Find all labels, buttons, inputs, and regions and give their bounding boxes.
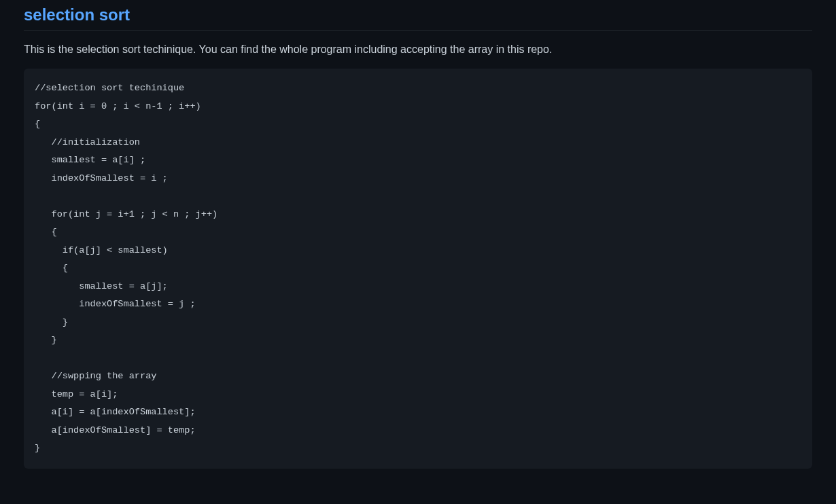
section-description: This is the selection sort techinique. Y… bbox=[24, 41, 812, 58]
heading-link[interactable]: selection sort bbox=[24, 5, 130, 24]
code-block: //selection sort techinique for(int i = … bbox=[24, 69, 812, 469]
section-heading: selection sort bbox=[24, 5, 812, 31]
